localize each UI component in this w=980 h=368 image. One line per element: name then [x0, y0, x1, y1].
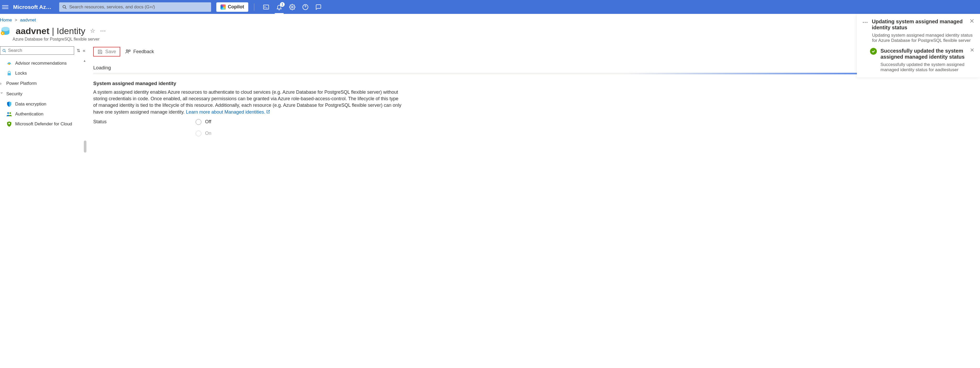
- breadcrumb-sep: >: [15, 17, 17, 22]
- svg-point-3: [291, 6, 293, 8]
- sidebar-item-label: Microsoft Defender for Cloud: [15, 121, 72, 127]
- notif-active-underline: [275, 13, 284, 14]
- loading-label: Loading: [93, 60, 980, 73]
- feedback-button[interactable]: Feedback: [125, 49, 154, 55]
- notification-sub: Successfully updated the system assigned…: [863, 48, 974, 60]
- sidebar-item-advisor[interactable]: Advisor recommendations: [0, 59, 85, 68]
- notification-panel: ▪▪▪ Updating system assigned managed ide…: [857, 14, 980, 77]
- resource-type-icon: [0, 25, 11, 36]
- title-section: Identity: [57, 26, 85, 36]
- main-content: Save Feedback Loading System assigned ma…: [85, 46, 980, 368]
- status-radio-group: Off On: [196, 119, 212, 136]
- global-search[interactable]: [59, 2, 211, 12]
- brand-label[interactable]: Microsoft Azu…: [13, 4, 52, 10]
- svg-point-11: [7, 112, 9, 114]
- breadcrumb-resource[interactable]: aadvnet: [20, 17, 36, 22]
- sidebar-item-defender[interactable]: Microsoft Defender for Cloud: [0, 119, 85, 129]
- sidebar-item-label: Locks: [15, 71, 27, 76]
- notification-sub-title: Successfully updated the system assigned…: [880, 48, 966, 60]
- svg-line-8: [5, 51, 5, 52]
- save-icon: [97, 49, 103, 54]
- advisor-icon: [6, 60, 12, 66]
- cloud-shell-icon[interactable]: [262, 4, 269, 11]
- save-label: Save: [105, 49, 116, 54]
- breadcrumb-home[interactable]: Home: [0, 17, 12, 22]
- external-link-icon: [266, 109, 270, 116]
- sidebar-group-label: Power Platform: [6, 81, 37, 86]
- notification-description: Updating system assigned managed identit…: [863, 33, 974, 43]
- notification-header: ▪▪▪ Updating system assigned managed ide…: [863, 19, 974, 31]
- page-title-row: aadvnet | Identity ☆ ⋯: [0, 23, 980, 36]
- svg-point-0: [63, 5, 65, 8]
- section-heading: System assigned managed identity: [93, 81, 980, 86]
- section-description: A system assigned identity enables Azure…: [93, 89, 402, 116]
- hamburger-menu[interactable]: [2, 4, 8, 10]
- sidebar-item-authentication[interactable]: Authentication: [0, 109, 85, 119]
- search-icon: [2, 49, 6, 52]
- sidebar-item-label: Authentication: [15, 111, 43, 117]
- learn-more-link[interactable]: Learn more about Managed identities.: [186, 109, 270, 115]
- status-radio-on[interactable]: On: [196, 131, 212, 136]
- ellipsis-icon[interactable]: ▪▪▪: [863, 20, 868, 24]
- copilot-label: Copilot: [228, 4, 244, 10]
- shield-icon: [6, 101, 12, 107]
- copilot-icon: [221, 5, 226, 10]
- sidebar-search-row: ⇅ «: [0, 46, 85, 59]
- svg-rect-2: [264, 5, 269, 9]
- sidebar-item-data-encryption[interactable]: Data encryption: [0, 99, 85, 109]
- feedback-icon: [125, 49, 131, 55]
- svg-point-9: [8, 63, 10, 65]
- page-subtitle: Azure Database for PostgreSQL flexible s…: [0, 37, 980, 41]
- title-sep: |: [49, 26, 57, 36]
- global-search-input[interactable]: [69, 5, 208, 10]
- loading-progress-bar: [93, 73, 980, 75]
- save-button[interactable]: Save: [93, 47, 120, 57]
- close-icon[interactable]: [970, 48, 974, 52]
- help-icon[interactable]: [302, 4, 309, 11]
- favorite-star-icon[interactable]: ☆: [90, 27, 95, 34]
- people-icon: [6, 111, 12, 117]
- page-title: aadvnet | Identity: [16, 26, 85, 36]
- top-bar: Microsoft Azu… Copilot 1: [0, 0, 980, 14]
- chevron-down-icon: ›: [0, 92, 5, 96]
- feedback-top-icon[interactable]: [315, 4, 322, 11]
- sidebar-group-power-platform[interactable]: › Power Platform: [0, 78, 85, 89]
- status-radio-off[interactable]: Off: [196, 119, 212, 125]
- topbar-actions: 1: [262, 4, 322, 11]
- radio-icon: [196, 119, 201, 125]
- sidebar-group-security[interactable]: › Security: [0, 89, 85, 99]
- svg-point-12: [10, 112, 11, 114]
- sidebar-search-input[interactable]: [8, 48, 72, 53]
- toolbar: Save Feedback: [93, 46, 980, 60]
- chevron-right-icon: ›: [0, 81, 4, 86]
- feedback-label: Feedback: [133, 49, 154, 54]
- status-row: Status Off On: [93, 119, 980, 136]
- expand-collapse-icon[interactable]: ⇅: [77, 48, 80, 53]
- radio-icon: [196, 131, 201, 136]
- copilot-button[interactable]: Copilot: [216, 2, 248, 12]
- collapse-sidebar-icon[interactable]: «: [83, 48, 85, 53]
- svg-line-1: [65, 8, 66, 9]
- success-check-icon: [870, 48, 877, 55]
- lock-icon: [6, 70, 12, 76]
- notification-title: Updating system assigned managed identit…: [872, 19, 966, 31]
- svg-rect-10: [8, 73, 11, 75]
- notifications-icon[interactable]: 1: [276, 4, 283, 11]
- sidebar-item-label: Advisor recommendations: [15, 61, 67, 66]
- radio-label: Off: [205, 119, 212, 125]
- breadcrumb: Home > aadvnet: [0, 14, 980, 23]
- settings-icon[interactable]: [289, 4, 296, 11]
- sidebar-item-locks[interactable]: Locks: [0, 68, 85, 78]
- svg-point-14: [126, 50, 128, 51]
- defender-icon: [6, 121, 12, 127]
- svg-point-13: [8, 123, 10, 124]
- radio-label: On: [205, 131, 212, 136]
- more-actions-icon[interactable]: ⋯: [100, 27, 106, 34]
- title-resource-name: aadvnet: [16, 26, 49, 36]
- sidebar-search[interactable]: [0, 46, 74, 55]
- close-icon[interactable]: [969, 19, 974, 23]
- notification-badge: 1: [280, 2, 285, 7]
- body: ⇅ « ▲ Advisor recommendations Locks › Po…: [0, 46, 980, 368]
- search-icon: [62, 5, 67, 9]
- svg-point-7: [3, 49, 5, 52]
